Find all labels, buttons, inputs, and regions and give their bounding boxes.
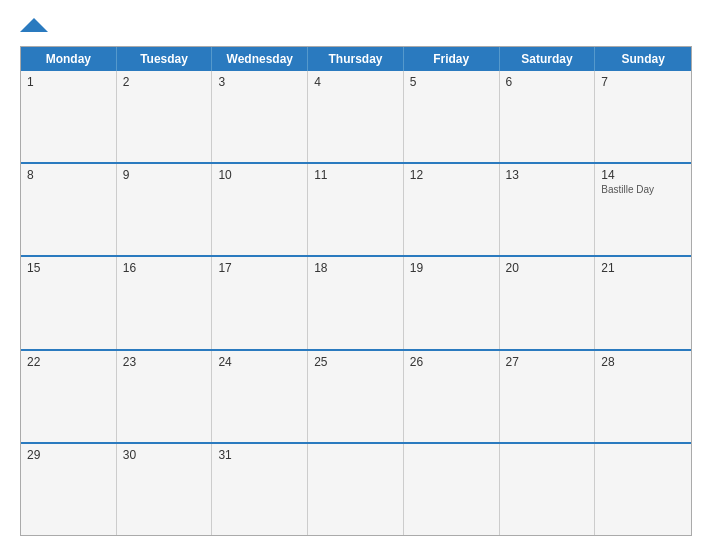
day-cell: 17 <box>212 257 308 348</box>
day-cell <box>500 444 596 535</box>
header-saturday: Saturday <box>500 47 596 71</box>
day-cell: 25 <box>308 351 404 442</box>
calendar: Monday Tuesday Wednesday Thursday Friday… <box>20 46 692 536</box>
day-number: 21 <box>601 261 685 275</box>
day-number: 19 <box>410 261 493 275</box>
day-number: 27 <box>506 355 589 369</box>
day-cell <box>308 444 404 535</box>
day-cell: 10 <box>212 164 308 255</box>
day-cell: 23 <box>117 351 213 442</box>
day-cell: 3 <box>212 71 308 162</box>
day-number: 30 <box>123 448 206 462</box>
day-cell: 7 <box>595 71 691 162</box>
day-number: 8 <box>27 168 110 182</box>
day-number: 9 <box>123 168 206 182</box>
logo-icon <box>20 18 60 32</box>
day-cell: 6 <box>500 71 596 162</box>
day-cell <box>404 444 500 535</box>
day-cell: 16 <box>117 257 213 348</box>
day-cell: 15 <box>21 257 117 348</box>
logo <box>20 18 60 36</box>
day-cell: 30 <box>117 444 213 535</box>
page-header <box>20 18 692 36</box>
day-cell: 5 <box>404 71 500 162</box>
day-number: 29 <box>27 448 110 462</box>
day-cell: 13 <box>500 164 596 255</box>
day-number: 3 <box>218 75 301 89</box>
day-cell <box>595 444 691 535</box>
day-number: 2 <box>123 75 206 89</box>
day-cell: 14Bastille Day <box>595 164 691 255</box>
day-number: 7 <box>601 75 685 89</box>
week-row-3: 22232425262728 <box>21 349 691 442</box>
day-number: 28 <box>601 355 685 369</box>
day-cell: 18 <box>308 257 404 348</box>
day-number: 12 <box>410 168 493 182</box>
day-number: 23 <box>123 355 206 369</box>
day-number: 20 <box>506 261 589 275</box>
day-number: 13 <box>506 168 589 182</box>
week-row-2: 15161718192021 <box>21 255 691 348</box>
day-cell: 28 <box>595 351 691 442</box>
header-sunday: Sunday <box>595 47 691 71</box>
header-thursday: Thursday <box>308 47 404 71</box>
header-wednesday: Wednesday <box>212 47 308 71</box>
day-number: 18 <box>314 261 397 275</box>
header-monday: Monday <box>21 47 117 71</box>
week-row-1: 891011121314Bastille Day <box>21 162 691 255</box>
weekday-header-row: Monday Tuesday Wednesday Thursday Friday… <box>21 47 691 71</box>
day-cell: 31 <box>212 444 308 535</box>
day-number: 22 <box>27 355 110 369</box>
day-cell: 2 <box>117 71 213 162</box>
day-number: 24 <box>218 355 301 369</box>
day-number: 11 <box>314 168 397 182</box>
day-number: 15 <box>27 261 110 275</box>
calendar-body: 1234567891011121314Bastille Day151617181… <box>21 71 691 535</box>
day-cell: 26 <box>404 351 500 442</box>
day-number: 26 <box>410 355 493 369</box>
header-friday: Friday <box>404 47 500 71</box>
logo-text <box>20 18 60 36</box>
day-cell: 19 <box>404 257 500 348</box>
day-number: 17 <box>218 261 301 275</box>
calendar-page: Monday Tuesday Wednesday Thursday Friday… <box>0 0 712 550</box>
day-number: 5 <box>410 75 493 89</box>
header-tuesday: Tuesday <box>117 47 213 71</box>
day-cell: 21 <box>595 257 691 348</box>
week-row-0: 1234567 <box>21 71 691 162</box>
week-row-4: 293031 <box>21 442 691 535</box>
day-cell: 22 <box>21 351 117 442</box>
day-cell: 20 <box>500 257 596 348</box>
day-number: 10 <box>218 168 301 182</box>
day-cell: 9 <box>117 164 213 255</box>
day-cell: 29 <box>21 444 117 535</box>
day-number: 14 <box>601 168 685 182</box>
day-cell: 11 <box>308 164 404 255</box>
day-number: 31 <box>218 448 301 462</box>
day-number: 6 <box>506 75 589 89</box>
svg-marker-0 <box>20 18 48 32</box>
day-number: 4 <box>314 75 397 89</box>
day-number: 25 <box>314 355 397 369</box>
day-cell: 12 <box>404 164 500 255</box>
day-cell: 4 <box>308 71 404 162</box>
day-cell: 27 <box>500 351 596 442</box>
day-cell: 24 <box>212 351 308 442</box>
day-cell: 1 <box>21 71 117 162</box>
day-cell: 8 <box>21 164 117 255</box>
day-number: 1 <box>27 75 110 89</box>
day-number: 16 <box>123 261 206 275</box>
event-label: Bastille Day <box>601 184 685 195</box>
